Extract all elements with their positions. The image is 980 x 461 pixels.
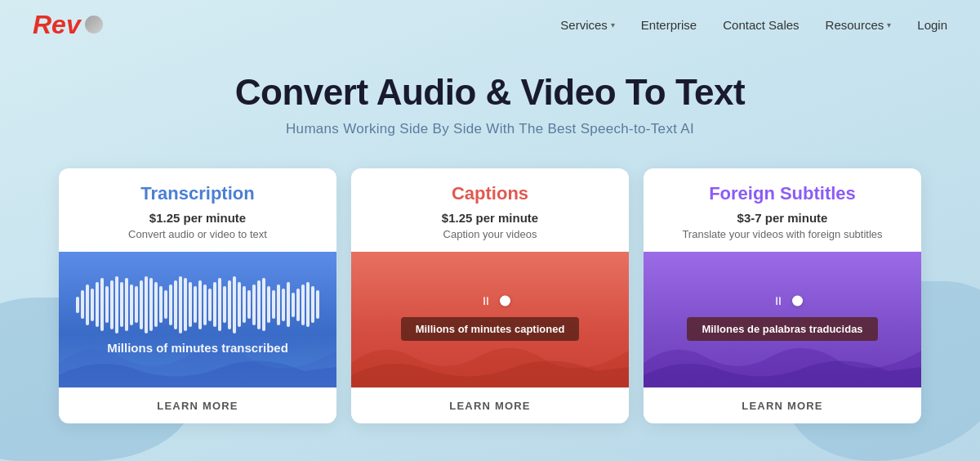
transcription-price: $1.25 per minute xyxy=(75,211,320,225)
nav-enterprise[interactable]: Enterprise xyxy=(641,18,697,32)
waveform-bar xyxy=(194,286,197,323)
waveform-bar xyxy=(145,276,148,333)
captions-visual: ⏸ Millions of minutes captioned xyxy=(351,252,629,387)
hero-section: Convert Audio & Video To Text Humans Wor… xyxy=(0,49,980,154)
waveform-bar xyxy=(100,278,104,331)
nav-resources[interactable]: Resources ▾ xyxy=(826,18,892,32)
waveform-bar xyxy=(252,284,256,325)
waveform-bar xyxy=(149,278,153,331)
nav-services[interactable]: Services ▾ xyxy=(560,18,615,32)
waveform-bar xyxy=(282,289,285,321)
waveform-bar xyxy=(81,290,84,319)
nav-contact-sales[interactable]: Contact Sales xyxy=(723,18,799,32)
waveform-bar xyxy=(213,282,216,327)
captions-visual-content: ⏸ Millions of minutes captioned xyxy=(364,268,616,374)
subtitles-learn-more[interactable]: LEARN MORE xyxy=(644,387,921,423)
waveform-bar xyxy=(110,280,114,329)
hero-title: Convert Audio & Video To Text xyxy=(33,72,947,113)
waveform-bar xyxy=(130,284,133,325)
waveform-bar xyxy=(311,286,314,323)
waveform-bar xyxy=(140,280,143,329)
captions-progress-thumb[interactable] xyxy=(500,295,510,306)
waveform-bar xyxy=(272,290,275,319)
subtitles-card: Foreign Subtitles $3-7 per minute Transl… xyxy=(644,168,921,423)
transcription-title: Transcription xyxy=(75,183,320,204)
subtitles-player-bar: ⏸ xyxy=(756,294,808,307)
waveform-bar xyxy=(159,286,163,323)
waveform-bar xyxy=(184,278,187,331)
waveform-bar xyxy=(86,284,89,325)
waveform-bar xyxy=(292,293,295,317)
logo-text: Rev xyxy=(33,11,81,38)
transcription-desc: Convert audio or video to text xyxy=(75,228,320,240)
waveform-bar xyxy=(179,276,182,333)
waveform-bar xyxy=(287,282,290,327)
captions-title: Captions xyxy=(368,183,612,204)
subtitles-badge-wrapper: Millones de palabras traducidas xyxy=(687,317,877,349)
subtitles-title: Foreign Subtitles xyxy=(660,183,905,204)
nav-login[interactable]: Login xyxy=(917,18,947,32)
pause-icon-2: ⏸ xyxy=(773,294,784,307)
waveform-bar xyxy=(262,278,265,331)
subtitles-visual: ⏸ Millones de palabras traducidas xyxy=(644,252,921,387)
transcription-badge: Millions of minutes transcribed xyxy=(107,341,288,355)
captions-card: Captions $1.25 per minute Caption your v… xyxy=(351,168,629,423)
chevron-down-icon: ▾ xyxy=(611,20,615,29)
captions-price: $1.25 per minute xyxy=(368,211,612,225)
subtitles-progress-thumb[interactable] xyxy=(792,295,803,306)
nav-links: Services ▾ Enterprise Contact Sales Reso… xyxy=(560,18,947,32)
waveform-bar xyxy=(267,286,270,323)
waveform-bar xyxy=(306,282,310,327)
waveform-bar xyxy=(218,278,221,331)
waveform-bar xyxy=(189,282,192,327)
waveform-bar xyxy=(115,276,118,333)
logo-badge xyxy=(85,16,103,34)
waveform-bar xyxy=(203,284,207,325)
waveform-bar xyxy=(164,290,167,319)
captions-header: Captions $1.25 per minute Caption your v… xyxy=(351,168,629,252)
waveform-bar xyxy=(91,289,94,321)
waveform-bar xyxy=(228,280,231,329)
chevron-down-icon: ▾ xyxy=(887,20,891,29)
waveform-bar xyxy=(223,286,226,323)
waveform-bar xyxy=(247,290,251,319)
subtitles-visual-content: ⏸ Millones de palabras traducidas xyxy=(657,268,908,374)
captions-badge: Millions of minutes captioned xyxy=(401,317,580,341)
waveform-bar xyxy=(238,282,241,327)
waveform-bar xyxy=(316,290,319,319)
waveform-bar xyxy=(277,284,280,325)
pause-icon: ⏸ xyxy=(480,294,492,307)
waveform-bar xyxy=(154,282,158,327)
cards-container: Transcription $1.25 per minute Convert a… xyxy=(0,154,980,423)
waveform-bar xyxy=(96,282,99,327)
waveform-bar xyxy=(301,284,305,325)
captions-player-bar: ⏸ xyxy=(464,294,516,307)
navigation: Rev Services ▾ Enterprise Contact Sales … xyxy=(0,0,980,49)
audio-waveform xyxy=(76,280,319,329)
waveform-bar xyxy=(243,286,246,323)
captions-desc: Caption your videos xyxy=(368,228,612,240)
subtitles-header: Foreign Subtitles $3-7 per minute Transl… xyxy=(644,168,921,252)
captions-learn-more[interactable]: LEARN MORE xyxy=(351,387,629,423)
waveform-bar xyxy=(169,284,172,325)
waveform-bar xyxy=(120,282,123,327)
waveform-bar xyxy=(257,280,261,329)
subtitles-badge: Millones de palabras traducidas xyxy=(687,317,877,341)
captions-badge-wrapper: Millions of minutes captioned xyxy=(401,317,580,349)
transcription-learn-more[interactable]: LEARN MORE xyxy=(59,387,336,423)
waveform-bar xyxy=(105,286,109,323)
subtitles-desc: Translate your videos with foreign subti… xyxy=(660,228,905,240)
transcription-card: Transcription $1.25 per minute Convert a… xyxy=(59,168,336,423)
waveform-bar xyxy=(125,278,128,331)
subtitles-price: $3-7 per minute xyxy=(660,211,905,225)
waveform-bar xyxy=(174,280,177,329)
transcription-header: Transcription $1.25 per minute Convert a… xyxy=(59,168,336,252)
hero-subtitle: Humans Working Side By Side With The Bes… xyxy=(33,121,947,137)
waveform-bar xyxy=(135,286,138,323)
waveform-container: Millions of minutes transcribed xyxy=(72,268,323,374)
logo[interactable]: Rev xyxy=(33,11,103,38)
transcription-visual: Millions of minutes transcribed xyxy=(59,252,336,387)
waveform-bar xyxy=(76,297,79,313)
waveform-bar xyxy=(198,280,202,329)
waveform-bar xyxy=(296,289,300,321)
